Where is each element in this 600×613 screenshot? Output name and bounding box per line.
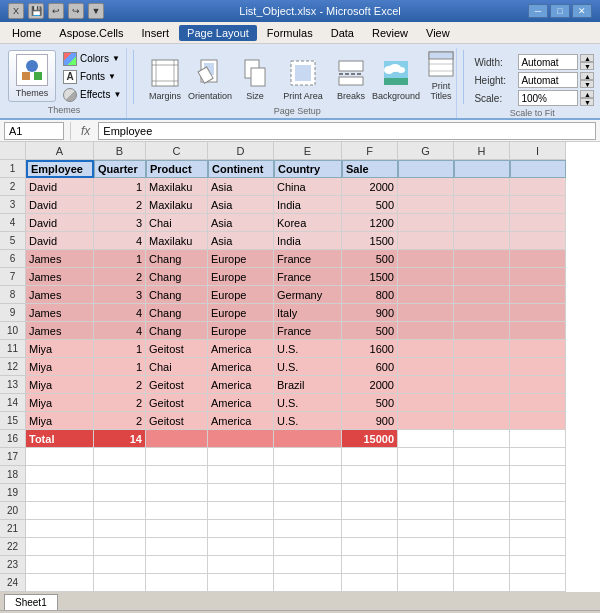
list-item[interactable] (454, 196, 510, 214)
list-item[interactable] (94, 502, 146, 520)
width-down[interactable]: ▼ (580, 62, 594, 70)
scale-input[interactable] (518, 90, 578, 106)
list-item[interactable] (94, 538, 146, 556)
list-item[interactable]: Geitost (146, 376, 208, 394)
list-item[interactable] (510, 556, 566, 574)
list-item[interactable] (510, 376, 566, 394)
list-item[interactable]: David (26, 232, 94, 250)
list-item[interactable] (454, 214, 510, 232)
list-item[interactable] (510, 322, 566, 340)
list-item[interactable] (510, 214, 566, 232)
list-item[interactable] (454, 232, 510, 250)
list-item[interactable]: 1600 (342, 340, 398, 358)
list-item[interactable]: Maxilaku (146, 178, 208, 196)
list-item[interactable]: Asia (208, 178, 274, 196)
list-item[interactable]: Miya (26, 358, 94, 376)
colors-button[interactable]: Colors ▼ (60, 50, 124, 67)
list-item[interactable]: Miya (26, 394, 94, 412)
col-c-header[interactable]: C (146, 142, 208, 160)
list-item[interactable]: 1 (94, 178, 146, 196)
list-item[interactable] (510, 538, 566, 556)
list-item[interactable]: James (26, 250, 94, 268)
list-item[interactable]: Employee (26, 160, 94, 178)
list-item[interactable] (208, 520, 274, 538)
list-item[interactable] (510, 430, 566, 448)
list-item[interactable] (398, 322, 454, 340)
redo-icon[interactable]: ↪ (68, 3, 84, 19)
list-item[interactable]: 500 (342, 250, 398, 268)
list-item[interactable]: 600 (342, 358, 398, 376)
list-item[interactable] (510, 286, 566, 304)
list-item[interactable]: 2 (94, 268, 146, 286)
list-item[interactable] (94, 520, 146, 538)
maximize-button[interactable]: □ (550, 4, 570, 18)
menu-review[interactable]: Review (364, 25, 416, 41)
list-item[interactable]: Chai (146, 214, 208, 232)
list-item[interactable] (398, 484, 454, 502)
list-item[interactable] (398, 376, 454, 394)
list-item[interactable]: France (274, 250, 342, 268)
list-item[interactable] (208, 538, 274, 556)
list-item[interactable] (398, 574, 454, 592)
menu-aspose[interactable]: Aspose.Cells (51, 25, 131, 41)
list-item[interactable] (398, 286, 454, 304)
list-item[interactable]: Europe (208, 250, 274, 268)
menu-view[interactable]: View (418, 25, 458, 41)
list-item[interactable]: Geitost (146, 394, 208, 412)
list-item[interactable] (342, 466, 398, 484)
col-a-header[interactable]: A (26, 142, 94, 160)
formula-input[interactable] (98, 122, 596, 140)
list-item[interactable] (510, 574, 566, 592)
list-item[interactable]: Chang (146, 322, 208, 340)
list-item[interactable] (510, 502, 566, 520)
print-titles-button[interactable]: Print Titles (420, 50, 462, 104)
list-item[interactable]: David (26, 196, 94, 214)
list-item[interactable] (146, 430, 208, 448)
list-item[interactable]: Italy (274, 304, 342, 322)
list-item[interactable]: U.S. (274, 358, 342, 376)
list-item[interactable]: America (208, 358, 274, 376)
list-item[interactable]: Geitost (146, 412, 208, 430)
list-item[interactable] (454, 574, 510, 592)
list-item[interactable] (454, 502, 510, 520)
scale-up[interactable]: ▲ (580, 90, 594, 98)
cell-reference[interactable]: A1 (4, 122, 64, 140)
list-item[interactable]: Continent (208, 160, 274, 178)
list-item[interactable] (454, 556, 510, 574)
list-item[interactable] (94, 574, 146, 592)
height-spinner[interactable]: ▲ ▼ (580, 72, 594, 88)
list-item[interactable] (208, 484, 274, 502)
col-g-header[interactable]: G (398, 142, 454, 160)
list-item[interactable] (398, 178, 454, 196)
fonts-button[interactable]: A Fonts ▼ (60, 68, 124, 85)
list-item[interactable] (510, 358, 566, 376)
list-item[interactable] (94, 448, 146, 466)
list-item[interactable] (454, 178, 510, 196)
list-item[interactable] (398, 502, 454, 520)
list-item[interactable]: James (26, 268, 94, 286)
list-item[interactable]: 1 (94, 250, 146, 268)
list-item[interactable] (146, 538, 208, 556)
list-item[interactable] (342, 538, 398, 556)
undo-icon[interactable]: ↩ (48, 3, 64, 19)
list-item[interactable] (510, 394, 566, 412)
list-item[interactable] (146, 574, 208, 592)
list-item[interactable]: Europe (208, 304, 274, 322)
menu-home[interactable]: Home (4, 25, 49, 41)
list-item[interactable] (398, 196, 454, 214)
list-item[interactable] (342, 448, 398, 466)
minimize-button[interactable]: ─ (528, 4, 548, 18)
list-item[interactable]: Maxilaku (146, 232, 208, 250)
list-item[interactable] (208, 466, 274, 484)
list-item[interactable] (146, 520, 208, 538)
list-item[interactable] (274, 430, 342, 448)
list-item[interactable] (274, 538, 342, 556)
list-item[interactable] (398, 304, 454, 322)
list-item[interactable]: 1200 (342, 214, 398, 232)
list-item[interactable]: America (208, 412, 274, 430)
list-item[interactable] (398, 160, 454, 178)
list-item[interactable]: America (208, 376, 274, 394)
quick-save-icon[interactable]: 💾 (28, 3, 44, 19)
list-item[interactable]: 500 (342, 394, 398, 412)
list-item[interactable]: 2 (94, 196, 146, 214)
